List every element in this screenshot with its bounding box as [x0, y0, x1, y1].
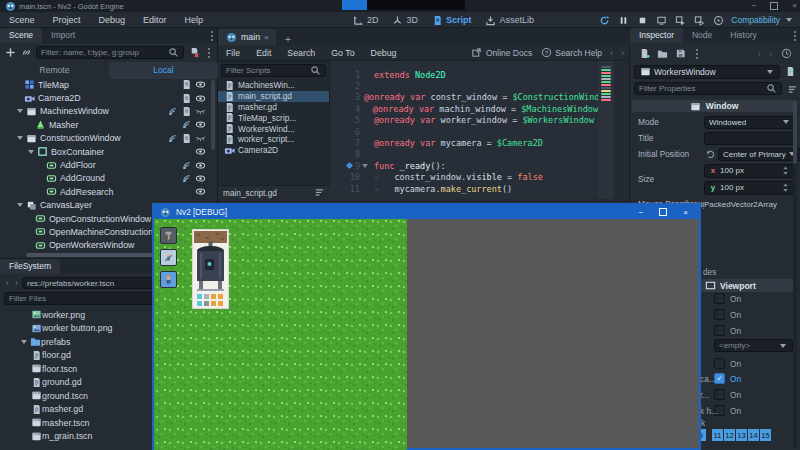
stepper-icon[interactable]	[779, 165, 791, 177]
scene-tree-vscrollbar[interactable]	[211, 80, 215, 150]
size-y-field[interactable]: y100 px	[704, 181, 796, 195]
scene-filter-input[interactable]: Filter: name, t:type, g:group	[36, 46, 184, 59]
collapse-arrow-icon[interactable]	[21, 340, 27, 344]
menu-editor[interactable]: Editor	[134, 12, 176, 28]
scene-node-boxcontainer[interactable]: BoxContainer	[0, 145, 214, 158]
script-menu-file[interactable]: File	[218, 45, 248, 61]
script-icon[interactable]	[180, 79, 192, 91]
eye-icon[interactable]	[194, 146, 206, 158]
empty-dropdown[interactable]: <empty>	[714, 339, 793, 352]
history-forward-icon[interactable]: ›	[621, 48, 624, 58]
inspector-filter-input[interactable]: Filter Properties	[634, 82, 782, 95]
play-custom-scene-icon[interactable]	[693, 14, 705, 26]
tab-scene[interactable]: Scene	[0, 28, 42, 43]
remote-button[interactable]: Remote	[0, 62, 109, 79]
eye-icon[interactable]	[194, 92, 206, 104]
detach-script-icon[interactable]	[188, 47, 200, 59]
property-checkbox[interactable]	[714, 309, 725, 320]
resource-menu-dots-icon[interactable]	[696, 53, 698, 55]
add-node-icon[interactable]	[4, 47, 16, 59]
collapse-arrow-icon[interactable]	[17, 109, 23, 113]
code-minimap[interactable]	[598, 61, 614, 199]
extend-script-icon[interactable]	[784, 66, 796, 78]
remote-debug-icon[interactable]	[655, 14, 667, 26]
search-help-button[interactable]: ? Search Help	[540, 47, 602, 59]
method-sort-icon[interactable]	[313, 187, 325, 199]
stepper-icon[interactable]	[779, 182, 791, 194]
eye-icon[interactable]	[194, 119, 206, 131]
pause-icon[interactable]	[617, 14, 629, 26]
menu-help[interactable]: Help	[176, 12, 213, 28]
eye-off-icon[interactable]	[194, 105, 206, 117]
workspace-tab-assetlib[interactable]: AssetLib	[485, 14, 535, 26]
script-menu-edit[interactable]: Edit	[248, 45, 279, 61]
history-back-icon[interactable]: ‹	[610, 48, 613, 58]
signal-icon[interactable]	[180, 119, 192, 131]
cull-mask-cell-15[interactable]: 15	[760, 429, 771, 441]
eye-icon[interactable]	[194, 172, 206, 184]
size-x-field[interactable]: x100 px	[704, 164, 796, 178]
new-resource-icon[interactable]	[638, 48, 650, 60]
cull-mask-cell-11[interactable]: 11	[712, 429, 723, 441]
stop-icon[interactable]	[636, 14, 648, 26]
property-value[interactable]: PackedVector2Array	[704, 200, 777, 209]
revert-icon[interactable]	[704, 148, 716, 160]
tab-import[interactable]: Import	[42, 28, 84, 43]
script-item-main-script-gd[interactable]: main_script.gd	[218, 91, 329, 102]
workspace-tab-script[interactable]: Script	[431, 14, 472, 26]
property-checkbox[interactable]	[714, 389, 725, 400]
scene-node-tilemap[interactable]: TileMap	[0, 78, 214, 91]
signal-icon[interactable]	[180, 159, 192, 171]
tab-menu-dots-icon[interactable]	[794, 35, 796, 37]
workers-person-button[interactable]	[160, 271, 177, 288]
scene-node-machineswindow[interactable]: MachinesWindow	[0, 105, 214, 118]
window-section-header[interactable]: Window	[632, 100, 796, 112]
signal-icon[interactable]	[180, 172, 192, 184]
node-selector-dropdown[interactable]: WorkersWindow	[634, 65, 780, 79]
load-resource-icon[interactable]	[656, 48, 668, 60]
cull-mask-cell-13[interactable]: 13	[736, 429, 747, 441]
script-item-workerswind-[interactable]: WorkersWind...	[218, 123, 329, 134]
script-item-tilemap-scrip-[interactable]: TileMap_scrip...	[218, 112, 329, 123]
machines-tool-button[interactable]	[160, 249, 177, 266]
property-checkbox[interactable]	[714, 358, 725, 369]
menu-project[interactable]: Project	[44, 12, 90, 28]
property-value-field[interactable]	[704, 132, 796, 145]
property-checkbox[interactable]	[714, 293, 725, 304]
fold-arrow-icon[interactable]	[362, 164, 368, 168]
code-editor[interactable]: 1extends Node2D23@onready var constr_win…	[330, 61, 598, 199]
scene-node-camera2d[interactable]: Camera2D	[0, 91, 214, 104]
construction-hammer-button[interactable]	[160, 227, 177, 244]
restart-icon[interactable]	[598, 14, 610, 26]
cull-mask-cell-12[interactable]: 12	[724, 429, 735, 441]
save-resource-icon[interactable]	[674, 48, 686, 60]
tab-node[interactable]: Node	[683, 28, 721, 43]
script-menu-search[interactable]: Search	[279, 45, 323, 61]
inspector-back-icon[interactable]: ‹	[758, 49, 761, 59]
inspector-scrollbar[interactable]	[793, 100, 797, 448]
object-history-icon[interactable]	[780, 48, 792, 60]
workspace-tab-2d[interactable]: 2D	[352, 14, 379, 26]
maximize-button[interactable]	[659, 208, 667, 216]
close-button[interactable]: ×	[792, 1, 797, 11]
tab-main-scene[interactable]: main ×	[218, 29, 276, 45]
minimize-button[interactable]: −	[752, 1, 757, 11]
scene-node-constructionwindow[interactable]: ConstructionWindow	[0, 132, 214, 145]
eye-off-icon[interactable]	[194, 132, 206, 144]
eye-icon[interactable]	[194, 159, 206, 171]
tab-history[interactable]: History	[721, 28, 765, 43]
current-script-bar[interactable]: main_script.gd	[218, 185, 330, 199]
local-button[interactable]: Local	[109, 62, 218, 79]
script-menu-debug[interactable]: Debug	[363, 45, 405, 61]
filesystem-tab[interactable]: FileSystem	[0, 259, 60, 274]
collapse-arrow-icon[interactable]	[28, 150, 34, 154]
path-back-icon[interactable]: ‹	[4, 278, 11, 288]
collapse-arrow-icon[interactable]	[17, 203, 23, 207]
eye-icon[interactable]	[194, 186, 206, 198]
movie-mode-icon[interactable]	[712, 14, 724, 26]
property-value-field[interactable]: Windowed	[704, 116, 796, 129]
script-menu-go-to[interactable]: Go To	[323, 45, 362, 61]
script-item-camera2d[interactable]: Camera2D	[218, 145, 329, 156]
collapse-arrow-icon[interactable]	[17, 136, 23, 140]
close-tab-icon[interactable]: ×	[264, 33, 269, 42]
